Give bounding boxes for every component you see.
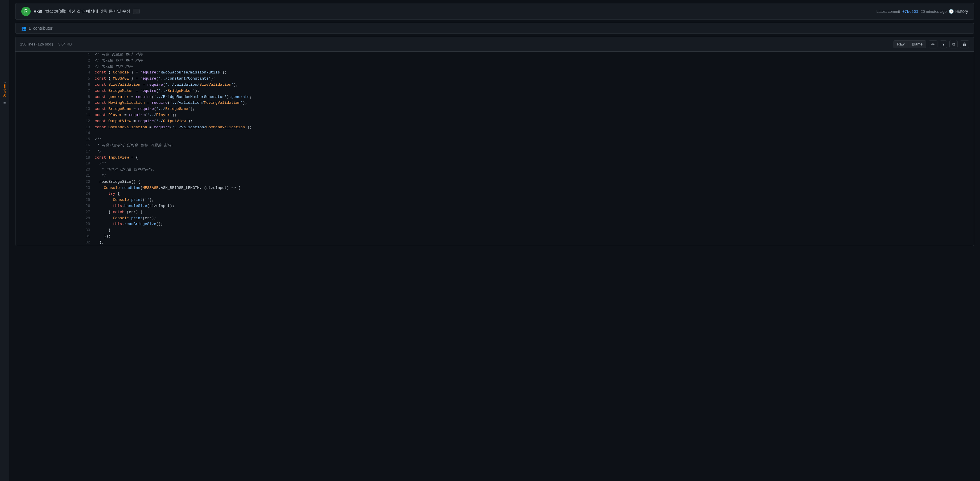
table-row: 26 this.handleSize(sizeInput); — [16, 203, 974, 209]
table-row: 17 */ — [16, 149, 974, 155]
line-code: const BridgeGame = require('../BridgeGam… — [95, 106, 974, 112]
line-number[interactable]: 28 — [16, 216, 95, 222]
line-number[interactable]: 25 — [16, 197, 95, 203]
table-row: 11const Player = require('../Player'); — [16, 112, 974, 118]
contributors-bar: 👥 1 contributor — [15, 23, 974, 34]
line-code: const MovingValidation = require('../val… — [95, 100, 974, 106]
line-code: try { — [95, 191, 974, 197]
commit-left: R Rki0 refactor(all): 미션 결과 예시에 맞춰 문자열 수… — [21, 7, 140, 16]
line-number[interactable]: 15 — [16, 137, 95, 143]
line-number[interactable]: 13 — [16, 124, 95, 130]
file-actions: Raw Blame ✏ ▾ ⧉ 🗑 — [893, 40, 969, 48]
line-number[interactable]: 12 — [16, 118, 95, 124]
table-row: 12const OutputView = require('./OutputVi… — [16, 118, 974, 124]
commit-message: refactor(all): 미션 결과 예시에 맞춰 문자열 수정 — [45, 9, 130, 14]
line-number[interactable]: 32 — [16, 240, 95, 246]
history-clock-icon: 🕐 — [949, 9, 954, 14]
line-number[interactable]: 4 — [16, 70, 95, 76]
line-number[interactable]: 11 — [16, 112, 95, 118]
contributors-label: contributor — [33, 26, 52, 30]
line-number[interactable]: 3 — [16, 64, 95, 70]
line-code: readBridgeSize() { — [95, 179, 974, 185]
octotree-toggle[interactable]: › Octotree ≡ — [3, 82, 7, 106]
table-row: 25 Console.print(''); — [16, 197, 974, 203]
history-link[interactable]: 🕐 History — [949, 9, 968, 14]
code-container: 1// 파일 경로로 변경 가능2// 메서드 인자 변경 가능3// 메서드 … — [16, 52, 974, 246]
line-code: /** — [95, 137, 974, 143]
commit-bar: R Rki0 refactor(all): 미션 결과 예시에 맞춰 문자열 수… — [15, 3, 974, 20]
line-number[interactable]: 19 — [16, 160, 95, 167]
commit-hash[interactable]: 07bc503 — [902, 10, 918, 14]
line-code: const { MESSAGE } = require('../constant… — [95, 76, 974, 82]
main-content: R Rki0 refactor(all): 미션 결과 예시에 맞춰 문자열 수… — [10, 3, 980, 246]
line-number[interactable]: 18 — [16, 155, 95, 161]
line-number[interactable]: 10 — [16, 106, 95, 112]
file-lines: 150 lines — [20, 42, 35, 46]
commit-ellipsis-button[interactable]: ... — [133, 9, 140, 14]
line-number[interactable]: 6 — [16, 82, 95, 88]
line-code: /** — [95, 160, 974, 167]
line-code: const generator = require('../BridgeRand… — [95, 94, 974, 100]
contributors-count: 1 — [29, 26, 31, 30]
edit-chevron-button[interactable]: ▾ — [940, 40, 947, 48]
table-row: 15/** — [16, 137, 974, 143]
commit-info: Rki0 refactor(all): 미션 결과 예시에 맞춰 문자열 수정 … — [33, 9, 140, 14]
line-number[interactable]: 31 — [16, 233, 95, 240]
table-row: 28 Console.print(err); — [16, 216, 974, 222]
code-body: 1// 파일 경로로 변경 가능2// 메서드 인자 변경 가능3// 메서드 … — [16, 52, 974, 246]
line-code: // 메서드 추가 가능 — [95, 64, 974, 70]
delete-button[interactable]: 🗑 — [960, 40, 969, 48]
table-row: 6const SizeValidation = require('../vali… — [16, 82, 974, 88]
line-number[interactable]: 1 — [16, 52, 95, 58]
table-row: 13const CommandValidation = require('../… — [16, 124, 974, 130]
table-row: 8const generator = require('../BridgeRan… — [16, 94, 974, 100]
line-number[interactable]: 29 — [16, 221, 95, 227]
edit-button[interactable]: ✏ — [929, 40, 937, 48]
line-number[interactable]: 7 — [16, 88, 95, 94]
line-number[interactable]: 17 — [16, 149, 95, 155]
line-code: const BridgeMaker = require('../BridgeMa… — [95, 88, 974, 94]
line-number[interactable]: 22 — [16, 179, 95, 185]
copy-button[interactable]: ⧉ — [950, 40, 958, 48]
line-code: * 사용자로부터 입력을 받는 역할을 한다. — [95, 143, 974, 149]
line-number[interactable]: 14 — [16, 130, 95, 137]
raw-button[interactable]: Raw — [893, 41, 908, 48]
history-label: History — [955, 9, 968, 14]
table-row: 21 */ — [16, 173, 974, 179]
table-row: 2// 메서드 인자 변경 가능 — [16, 58, 974, 64]
blame-button[interactable]: Blame — [908, 41, 926, 48]
line-number[interactable]: 23 — [16, 185, 95, 191]
table-row: 4const { Console } = require('@woowacour… — [16, 70, 974, 76]
line-number[interactable]: 24 — [16, 191, 95, 197]
line-number[interactable]: 5 — [16, 76, 95, 82]
line-number[interactable]: 8 — [16, 94, 95, 100]
line-code: } catch (err) { — [95, 209, 974, 216]
line-number[interactable]: 16 — [16, 143, 95, 149]
line-code: this.handleSize(sizeInput); — [95, 203, 974, 209]
table-row: 14 — [16, 130, 974, 137]
octotree-sidebar[interactable]: › Octotree ≡ — [0, 0, 10, 481]
code-table: 1// 파일 경로로 변경 가능2// 메서드 인자 변경 가능3// 메서드 … — [16, 52, 974, 246]
raw-blame-group: Raw Blame — [893, 40, 926, 48]
table-row: 18const InputView = { — [16, 155, 974, 161]
line-code: const CommandValidation = require('../va… — [95, 124, 974, 130]
line-code: Console.print(err); — [95, 216, 974, 222]
line-code: */ — [95, 173, 974, 179]
chevron-down-icon: ▾ — [942, 42, 944, 47]
table-row: 3// 메서드 추가 가능 — [16, 64, 974, 70]
line-code: * 다리의 길이를 입력받는다. — [95, 167, 974, 173]
line-code: Console.readLine(MESSAGE.ASK_BRIDGE_LENG… — [95, 185, 974, 191]
table-row: 19 /** — [16, 160, 974, 167]
line-code: const SizeValidation = require('../valid… — [95, 82, 974, 88]
table-row: 22 readBridgeSize() { — [16, 179, 974, 185]
line-code: } — [95, 227, 974, 233]
line-number[interactable]: 2 — [16, 58, 95, 64]
line-number[interactable]: 9 — [16, 100, 95, 106]
line-number[interactable]: 27 — [16, 209, 95, 216]
commit-username[interactable]: Rki0 — [33, 9, 42, 14]
line-number[interactable]: 20 — [16, 167, 95, 173]
line-number[interactable]: 21 — [16, 173, 95, 179]
line-number[interactable]: 30 — [16, 227, 95, 233]
line-number[interactable]: 26 — [16, 203, 95, 209]
line-code: // 파일 경로로 변경 가능 — [95, 52, 974, 58]
